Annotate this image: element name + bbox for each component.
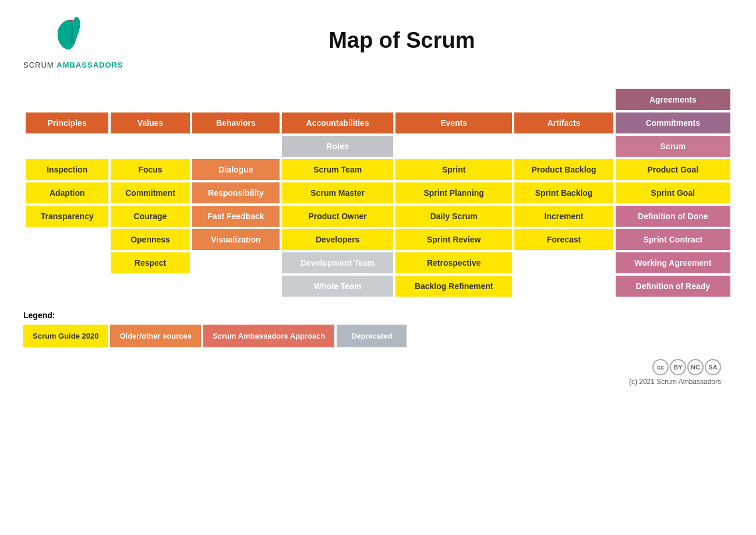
cell-product-goal: Product Goal [616, 159, 730, 180]
legend-items: Scrum Guide 2020 Older/other sources Scr… [23, 325, 733, 347]
logo-area: SCRUM AMBASSADORS [23, 12, 123, 69]
legend-item-deprecated: Deprecated [337, 325, 407, 347]
agreements-row: Agreements [26, 89, 730, 110]
cell-sprint-planning: Sprint Planning [395, 182, 512, 203]
col-header-artifacts: Artifacts [514, 112, 613, 133]
col-header-principles: Principles [26, 112, 108, 133]
agreements-label: Agreements [616, 89, 730, 110]
col-header-events: Events [395, 112, 512, 133]
cell-sprint-contract: Sprint Contract [616, 229, 730, 250]
col-header-accountabilities: Accountabilities [282, 112, 393, 133]
cell-sprint: Sprint [395, 159, 512, 180]
roles-scrum-row: Roles Scrum [26, 136, 730, 157]
cell-daily-scrum: Daily Scrum [395, 206, 512, 227]
cc-badge: cc BY NC SA [652, 359, 721, 375]
cell-developers: Developers [282, 229, 393, 250]
footer: cc BY NC SA (c) 2021 Scrum Ambassadors [23, 359, 733, 386]
table-row: Inspection Focus Dialogue Scrum Team Spr… [26, 159, 730, 180]
cell-forecast: Forecast [514, 229, 613, 250]
col-header-behaviors: Behaviors [192, 112, 280, 133]
cell-definition-done: Definition of Done [616, 206, 730, 227]
table-row: Transparency Courage Fast Feedback Produ… [26, 206, 730, 227]
table-row: Whole Team Backlog Refinement Definition… [26, 276, 730, 297]
cell-scrum-team: Scrum Team [282, 159, 393, 180]
table-row: Adaption Commitment Responsibility Scrum… [26, 182, 730, 203]
scrum-cell: Scrum [616, 136, 730, 157]
cell-commitment: Commitment [111, 182, 189, 203]
by-icon: BY [670, 359, 686, 375]
cell-responsibility: Responsibility [192, 182, 280, 203]
col-header-values: Values [111, 112, 189, 133]
cell-definition-ready: Definition of Ready [616, 276, 730, 297]
cell-sprint-review: Sprint Review [395, 229, 512, 250]
nc-icon: NC [687, 359, 704, 375]
cell-product-backlog: Product Backlog [514, 159, 613, 180]
logo-icon [47, 12, 100, 58]
sa-icon: SA [705, 359, 721, 375]
cell-fast-feedback: Fast Feedback [192, 206, 280, 227]
cc-icon: cc [652, 359, 669, 375]
col-header-commitments: Commitments [616, 112, 730, 133]
cell-retrospective: Retrospective [395, 252, 512, 273]
cell-respect: Respect [111, 252, 189, 273]
cell-whole-team: Whole Team [282, 276, 393, 297]
legend-item-older-sources: Older/other sources [110, 325, 201, 347]
cell-transparency: Transparency [26, 206, 108, 227]
page-title: Map of Scrum [158, 28, 733, 53]
cell-openness: Openness [111, 229, 189, 250]
cell-increment: Increment [514, 206, 613, 227]
cell-working-agreement: Working Agreement [616, 252, 730, 273]
cell-inspection: Inspection [26, 159, 108, 180]
scrum-map-table: Agreements Principles Values Behaviors A… [23, 87, 733, 299]
roles-cell: Roles [282, 136, 393, 157]
logo-text: SCRUM AMBASSADORS [23, 61, 123, 69]
cell-focus: Focus [111, 159, 189, 180]
cell-development-team: Development Team [282, 252, 393, 273]
cell-scrum-master: Scrum Master [282, 182, 393, 203]
legend-title: Legend: [23, 311, 733, 320]
footer-copyright: (c) 2021 Scrum Ambassadors [629, 378, 721, 386]
cell-adaption: Adaption [26, 182, 108, 203]
table-row: Openness Visualization Developers Sprint… [26, 229, 730, 250]
cell-product-owner: Product Owner [282, 206, 393, 227]
cell-courage: Courage [111, 206, 189, 227]
column-headers-row: Principles Values Behaviors Accountabili… [26, 112, 730, 133]
legend-item-scrum-guide: Scrum Guide 2020 [23, 325, 108, 347]
cell-dialogue: Dialogue [192, 159, 280, 180]
cell-sprint-backlog: Sprint Backlog [514, 182, 613, 203]
page-header: SCRUM AMBASSADORS Map of Scrum [23, 12, 733, 69]
legend-section: Legend: Scrum Guide 2020 Older/other sou… [23, 311, 733, 347]
legend-item-scrum-ambassadors: Scrum Ambassadors Approach [203, 325, 334, 347]
table-row: Respect Development Team Retrospective W… [26, 252, 730, 273]
cell-backlog-refinement: Backlog Refinement [395, 276, 512, 297]
cell-visualization: Visualization [192, 229, 280, 250]
cell-sprint-goal: Sprint Goal [616, 182, 730, 203]
